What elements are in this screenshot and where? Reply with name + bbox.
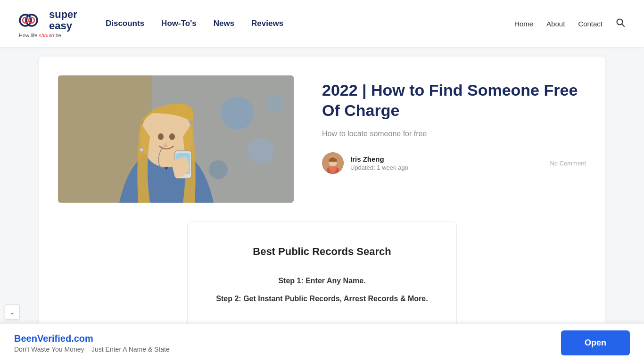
article-image-svg [58,75,294,203]
step1-text: Step 1: Enter Any Name. [216,275,428,287]
svg-point-19 [140,148,143,152]
nav-reviews[interactable]: Reviews [251,19,283,28]
article-subtitle: How to locate someone for free [322,130,586,138]
content-box: Best Public Records Search Step 1: Enter… [187,222,456,334]
article-featured-image [58,75,294,203]
svg-point-10 [248,138,274,164]
ad-open-button[interactable]: Open [561,330,630,355]
author-info: Iris Zheng Updated: 1 week ago [322,152,408,174]
content-box-title: Best Public Records Search [216,246,428,258]
avatar-image [322,152,344,174]
svg-point-12 [266,95,283,112]
site-logo[interactable]: super easy How life should be [19,9,77,38]
svg-line-5 [622,24,624,26]
nav-news[interactable]: News [214,19,234,28]
article-title: 2022 | How to Find Someone Free Of Charg… [322,80,586,120]
ad-site-link[interactable]: BeenVerified.com [14,333,170,344]
logo-text: super easy [49,9,77,32]
ad-content: BeenVerified.com Don't Waste You Money –… [14,333,170,353]
author-avatar [322,152,344,174]
main-nav: Discounts How-To's News Reviews [106,19,514,28]
step2-text: Step 2: Get Instant Public Records, Arre… [216,293,428,305]
nav-about[interactable]: About [546,20,565,28]
nav-contact[interactable]: Contact [578,20,603,28]
svg-point-11 [209,160,228,179]
author-row: Iris Zheng Updated: 1 week ago No Commen… [322,152,586,174]
nav-howtos[interactable]: How-To's [161,19,197,28]
logo-icon [19,9,44,32]
collapse-button[interactable]: ⌄ [5,304,20,320]
svg-point-16 [169,133,175,140]
author-details: Iris Zheng Updated: 1 week ago [350,155,408,171]
right-nav: Home About Contact [514,18,625,30]
no-comment-label: No Comment [550,160,586,167]
author-name: Iris Zheng [350,155,408,163]
article-card: 2022 | How to Find Someone Free Of Charg… [39,57,605,353]
search-icon [616,18,625,27]
nav-home[interactable]: Home [514,20,533,28]
ad-description: Don't Waste You Money – Just Enter A Nam… [14,346,170,353]
svg-point-15 [158,133,164,140]
svg-point-9 [221,97,254,130]
logo-tagline-emphasis: should [39,33,54,38]
ad-bar: BeenVerified.com Don't Waste You Money –… [0,323,644,362]
article-meta: 2022 | How to Find Someone Free Of Charg… [322,75,586,174]
page-content: 2022 | How to Find Someone Free Of Charg… [0,47,644,362]
nav-discounts[interactable]: Discounts [106,19,144,28]
author-updated: Updated: 1 week ago [350,164,408,171]
site-header: super easy How life should be Discounts … [0,0,644,47]
article-top: 2022 | How to Find Someone Free Of Charg… [58,75,586,203]
logo-tagline: How life should be [19,33,61,38]
search-button[interactable] [616,18,625,30]
